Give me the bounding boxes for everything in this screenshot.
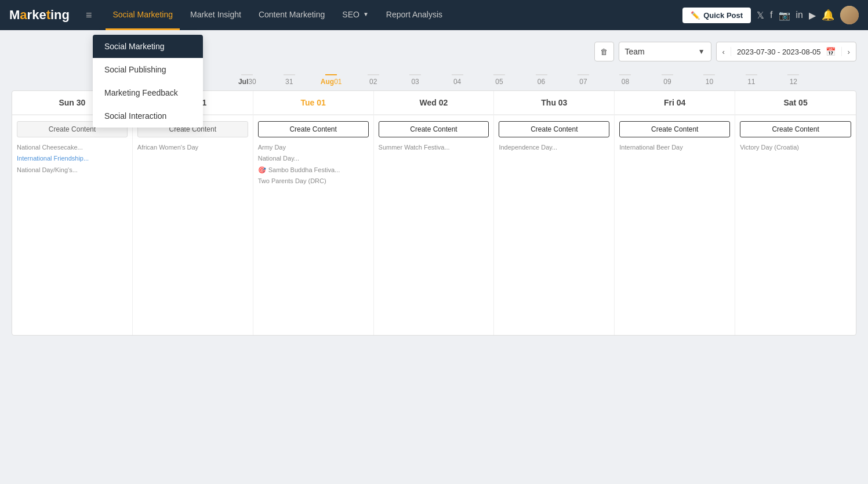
date-strip-item-12: 12: [772, 73, 814, 86]
date-strip-item-06: 06: [520, 73, 562, 86]
event-intl-friendship[interactable]: International Friendship...: [17, 153, 128, 164]
dropdown-item-marketing-feedback[interactable]: Marketing Feedback: [93, 81, 203, 104]
cal-cell-wed02: Create Content Summer Watch Festiva...: [374, 115, 495, 335]
date-strip-item-10: 10: [688, 73, 730, 86]
event-two-parents-day: Two Parents Day (DRC): [258, 176, 369, 187]
col-header-thu03: Thu 03: [494, 91, 615, 114]
team-select-label: Team: [625, 47, 693, 56]
avatar[interactable]: [840, 6, 859, 24]
nav-items: Social Marketing Market Insight Content …: [106, 0, 669, 30]
nav-market-insight[interactable]: Market Insight: [183, 0, 248, 30]
create-content-button-tue01[interactable]: Create Content: [258, 121, 369, 137]
cal-cell-mon31: Create Content African Women's Day: [133, 115, 253, 335]
col-header-fri04: Fri 04: [615, 91, 735, 114]
twitter-icon[interactable]: 𝕏: [757, 10, 764, 21]
date-range-text: 2023-07-30 - 2023-08-05: [737, 48, 821, 56]
trash-icon: 🗑: [600, 48, 608, 56]
cal-cell-tue01: Create Content Army Day National Day... …: [253, 115, 374, 335]
create-content-button-thu03[interactable]: Create Content: [499, 121, 609, 137]
hamburger-icon[interactable]: ≡: [86, 9, 92, 21]
nav-report-analysis[interactable]: Report Analysis: [379, 0, 449, 30]
date-strip-item-02: 02: [352, 73, 394, 86]
cal-cell-fri04: Create Content International Beer Day: [615, 115, 735, 335]
page-body: Marketing ≡ Social Marketing Market Insi…: [0, 0, 868, 484]
dropdown-item-social-marketing[interactable]: Social Marketing: [93, 35, 203, 58]
event-victory-day-croatia: Victory Day (Croatia): [740, 142, 851, 153]
event-international-beer-day: International Beer Day: [619, 142, 730, 153]
instagram-icon[interactable]: 📷: [779, 10, 790, 21]
event-sambo-buddha: 🎯 Sambo Buddha Festiva...: [258, 165, 369, 176]
event-national-cheesecake: National Cheesecake...: [17, 142, 128, 153]
event-summer-watch: Summer Watch Festiva...: [379, 142, 489, 153]
chevron-down-icon: ▼: [363, 11, 369, 17]
event-icon-sambo: 🎯: [258, 166, 266, 174]
prev-date-button[interactable]: ‹: [717, 42, 731, 61]
team-select[interactable]: Team ▼: [619, 42, 711, 61]
date-strip-item-31: 31: [268, 73, 310, 86]
cal-cell-sun30: Create Content National Cheesecake... In…: [12, 115, 133, 335]
facebook-icon[interactable]: f: [770, 10, 772, 20]
calendar-icon[interactable]: 📅: [826, 47, 836, 56]
date-strip-item-07: 07: [562, 73, 604, 86]
nav-content-marketing[interactable]: Content Marketing: [252, 0, 332, 30]
notification-bell-icon[interactable]: 🔔: [822, 9, 834, 21]
col-header-sat05: Sat 05: [735, 91, 856, 114]
create-content-button-fri04[interactable]: Create Content: [619, 121, 730, 137]
event-army-day: Army Day: [258, 142, 369, 153]
logo-text: Marketing: [9, 8, 70, 23]
col-header-tue01: Tue 01: [253, 91, 374, 114]
create-content-button-wed02[interactable]: Create Content: [379, 121, 489, 137]
date-strip-item-05: 05: [478, 73, 520, 86]
event-national-day-kings: National Day/King's...: [17, 165, 128, 176]
avatar-image: [840, 6, 859, 24]
quick-post-button[interactable]: ✏️ Quick Post: [682, 8, 751, 23]
event-african-womens-day: African Women's Day: [137, 142, 248, 153]
social-marketing-dropdown: Social Marketing Social Publishing Marke…: [93, 35, 203, 128]
date-strip-item-04: 04: [436, 73, 478, 86]
pencil-icon: ✏️: [691, 11, 700, 20]
dropdown-item-social-publishing[interactable]: Social Publishing: [93, 58, 203, 81]
logo: Marketing: [9, 8, 70, 23]
dropdown-item-social-interaction[interactable]: Social Interaction: [93, 104, 203, 128]
cal-cell-sat05: Create Content Victory Day (Croatia): [735, 115, 856, 335]
cal-cell-thu03: Create Content Independence Day...: [494, 115, 615, 335]
nav-social-marketing[interactable]: Social Marketing: [106, 0, 180, 30]
calendar-body: Create Content National Cheesecake... In…: [12, 115, 856, 335]
event-national-day: National Day...: [258, 153, 369, 164]
date-navigation: ‹ 2023-07-30 - 2023-08-05 📅 ›: [716, 42, 856, 61]
nav-right: ✏️ Quick Post 𝕏 f 📷 in ▶ 🔔: [682, 6, 859, 24]
youtube-icon[interactable]: ▶: [809, 10, 816, 21]
date-strip-item-09: 09: [647, 73, 688, 86]
date-range-display: 2023-07-30 - 2023-08-05 📅: [731, 47, 842, 56]
linkedin-icon[interactable]: in: [796, 10, 803, 20]
date-strip-item-11: 11: [731, 73, 772, 86]
next-date-button[interactable]: ›: [842, 42, 856, 61]
col-header-wed02: Wed 02: [374, 91, 495, 114]
event-independence-day: Independence Day...: [499, 142, 609, 153]
date-strip-item-aug01: Aug01: [310, 73, 352, 86]
team-select-arrow-icon: ▼: [698, 48, 705, 56]
trash-button[interactable]: 🗑: [594, 42, 614, 61]
date-strip-item-03: 03: [394, 73, 436, 86]
navbar: Marketing ≡ Social Marketing Market Insi…: [0, 0, 868, 30]
date-strip-item-08: 08: [604, 73, 646, 86]
nav-seo[interactable]: SEO ▼: [335, 0, 375, 30]
date-strip-item-jul30: Jul30: [226, 73, 268, 86]
create-content-button-sat05[interactable]: Create Content: [740, 121, 851, 137]
